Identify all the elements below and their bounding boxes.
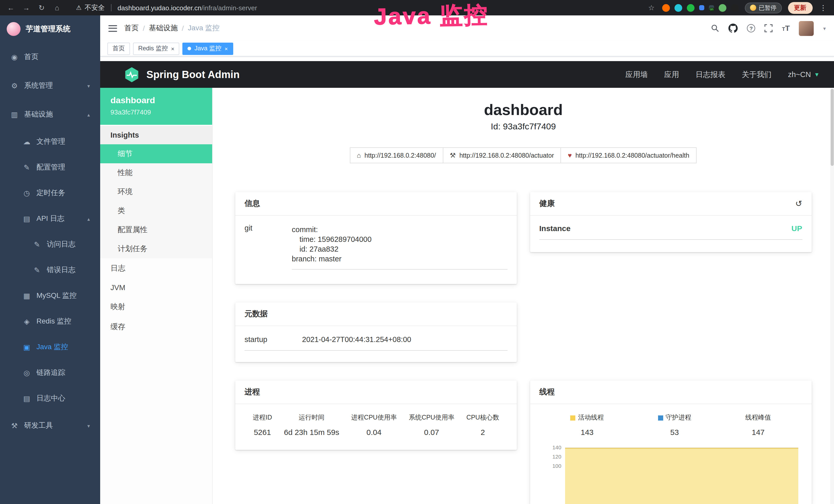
user-avatar[interactable] bbox=[799, 21, 814, 36]
sidebar-item-home[interactable]: ◉ 首页 bbox=[0, 43, 100, 71]
health-url-button[interactable]: ♥ http://192.168.0.2:48080/actuator/heal… bbox=[561, 147, 697, 163]
app-logo-avatar bbox=[7, 22, 21, 36]
avatar-caret-icon[interactable]: ▾ bbox=[823, 25, 826, 31]
extension-dark-icon[interactable] bbox=[731, 4, 739, 12]
extension-green-icon[interactable] bbox=[687, 4, 695, 12]
sba-brand[interactable]: Spring Boot Admin bbox=[123, 66, 240, 83]
sidebar-item-access-log[interactable]: ✎ 访问日志 bbox=[0, 232, 100, 257]
site-security[interactable]: ⚠ 不安全 bbox=[76, 3, 105, 12]
address-bar[interactable]: dashboard.yudao.iocoder.cn/infra/admin-s… bbox=[118, 4, 257, 12]
forward-icon[interactable]: → bbox=[22, 4, 31, 12]
extensions-row: on bbox=[662, 4, 739, 12]
legend-peak-threads: 线程峰值 147 bbox=[745, 413, 771, 436]
cloud-icon: ☁ bbox=[23, 138, 31, 146]
breadcrumb-infrastructure[interactable]: 基础设施 bbox=[149, 24, 178, 33]
paused-label: 已暂停 bbox=[759, 4, 776, 12]
sba-menu-jvm[interactable]: JVM bbox=[100, 278, 212, 297]
url-host: dashboard.yudao.iocoder.cn bbox=[118, 4, 202, 12]
warning-icon: ⚠ bbox=[76, 4, 82, 11]
y-tick: 120 bbox=[544, 454, 565, 463]
sidebar-item-config-manage[interactable]: ✎ 配置管理 bbox=[0, 155, 100, 180]
metadata-key: startup bbox=[244, 335, 302, 344]
stat-cpus: CPU核心数 2 bbox=[466, 413, 499, 436]
collapse-sidebar-icon[interactable] bbox=[108, 25, 117, 31]
paused-badge[interactable]: 已暂停 bbox=[745, 2, 782, 13]
page-title: dashboard bbox=[235, 101, 811, 119]
sba-menu-details[interactable]: 细节 bbox=[100, 144, 212, 163]
sba-menu-caches[interactable]: 缓存 bbox=[100, 317, 212, 337]
tab-java-monitor[interactable]: Java 监控× bbox=[183, 42, 233, 55]
reload-icon[interactable]: ↻ bbox=[37, 4, 46, 12]
sba-menu-metrics[interactable]: 性能 bbox=[100, 163, 212, 182]
sidebar-item-file-manage[interactable]: ☁ 文件管理 bbox=[0, 129, 100, 155]
sidebar-item-scheduled-jobs[interactable]: ◷ 定时任务 bbox=[0, 180, 100, 206]
sidebar-item-label: Java 监控 bbox=[37, 343, 68, 352]
sidebar-item-infrastructure[interactable]: ▥ 基础设施 ▴ bbox=[0, 100, 100, 129]
sidebar-item-java-monitor[interactable]: ▣ Java 监控 bbox=[0, 334, 100, 360]
extension-orange-icon[interactable] bbox=[662, 4, 670, 12]
sba-nav-journal[interactable]: 日志报表 bbox=[696, 70, 725, 79]
info-card: 信息 git commit: time: 1596289704000 id: 2… bbox=[235, 192, 517, 284]
security-label: 不安全 bbox=[85, 3, 105, 12]
sidebar-item-api-log[interactable]: ▤ API 日志 ▴ bbox=[0, 206, 100, 232]
sidebar-item-mysql-monitor[interactable]: ▦ MySQL 监控 bbox=[0, 283, 100, 308]
extension-proxy-icon[interactable]: on bbox=[709, 5, 714, 10]
sidebar-item-system[interactable]: ⚙ 系统管理 ▾ bbox=[0, 71, 100, 100]
tab-redis-monitor[interactable]: Redis 监控× bbox=[133, 42, 179, 55]
sidebar-item-error-log[interactable]: ✎ 错误日志 bbox=[0, 257, 100, 283]
font-size-icon[interactable]: TT bbox=[782, 24, 790, 33]
locale-select[interactable]: zh~CN ▼ bbox=[788, 70, 820, 78]
info-card-title: 信息 bbox=[244, 199, 260, 208]
sba-menu-classes[interactable]: 类 bbox=[100, 201, 212, 220]
bookmark-star-icon[interactable]: ☆ bbox=[647, 4, 656, 12]
app-logo[interactable]: 芋道管理系统 bbox=[0, 16, 100, 43]
sba-nav-about[interactable]: 关于我们 bbox=[742, 70, 772, 79]
history-icon[interactable]: ↺ bbox=[795, 199, 802, 208]
sidebar-item-tracing[interactable]: ◎ 链路追踪 bbox=[0, 360, 100, 386]
chevron-down-icon: ▾ bbox=[87, 423, 90, 429]
actuator-url-button[interactable]: ⚒ http://192.168.0.2:48080/actuator bbox=[443, 147, 561, 163]
sidebar-item-label: 研发工具 bbox=[24, 421, 53, 430]
sidebar-item-dev-tools[interactable]: ⚒ 研发工具 ▾ bbox=[0, 411, 100, 440]
log-icon: ▤ bbox=[23, 394, 31, 403]
tab-label: 首页 bbox=[112, 44, 125, 53]
update-button[interactable]: 更新 bbox=[788, 2, 812, 14]
admin-sidebar: 芋道管理系统 ◉ 首页 ⚙ 系统管理 ▾ ▥ 基础设施 ▴ ☁ 文件管理 ✎ 配… bbox=[0, 16, 100, 504]
home-icon[interactable]: ⌂ bbox=[52, 4, 62, 12]
sba-menu-config-props[interactable]: 配置属性 bbox=[100, 220, 212, 239]
sba-nav-wallboard[interactable]: 应用墙 bbox=[626, 70, 648, 79]
kebab-menu-icon[interactable]: ⋮ bbox=[818, 4, 828, 12]
sidebar-item-label: 错误日志 bbox=[47, 266, 75, 275]
scrollbar-thumb[interactable] bbox=[830, 89, 833, 166]
github-icon[interactable] bbox=[728, 24, 738, 33]
sba-menu-logs[interactable]: 日志 bbox=[100, 258, 212, 278]
sidebar-item-redis-monitor[interactable]: ◈ Redis 监控 bbox=[0, 308, 100, 334]
tab-close-icon[interactable]: × bbox=[224, 45, 228, 52]
breadcrumb-home[interactable]: 首页 bbox=[124, 24, 139, 33]
sba-instance-header[interactable]: dashboard 93a3fc7f7409 bbox=[100, 88, 212, 125]
sba-menu-environment[interactable]: 环境 bbox=[100, 182, 212, 201]
chevron-up-icon: ▴ bbox=[87, 112, 90, 117]
tab-close-icon[interactable]: × bbox=[171, 45, 174, 52]
help-icon[interactable]: ? bbox=[747, 24, 755, 32]
sba-nav-applications[interactable]: 应用 bbox=[664, 70, 679, 79]
scrollbar bbox=[830, 88, 834, 504]
fullscreen-icon[interactable] bbox=[764, 24, 773, 32]
back-icon[interactable]: ← bbox=[6, 4, 16, 12]
sba-menu-scheduled-tasks[interactable]: 计划任务 bbox=[100, 239, 212, 258]
sidebar-item-label: 日志中心 bbox=[37, 394, 65, 403]
search-icon[interactable] bbox=[711, 24, 719, 32]
sidebar-item-log-center[interactable]: ▤ 日志中心 bbox=[0, 386, 100, 411]
tab-active-dot bbox=[188, 47, 191, 50]
database-icon: ▦ bbox=[23, 292, 31, 300]
service-url: http://192.168.0.2:48080/ bbox=[365, 152, 436, 159]
tab-home[interactable]: 首页 bbox=[107, 42, 130, 55]
extension-blue-grid-icon[interactable] bbox=[699, 5, 704, 10]
process-card: 进程 进程ID 5261 运行时间 6d 23h 15m 59s bbox=[235, 381, 517, 450]
extension-teal-icon[interactable] bbox=[675, 4, 682, 12]
service-url-button[interactable]: ⌂ http://192.168.0.2:48080/ bbox=[350, 147, 443, 163]
sba-menu-mappings[interactable]: 映射 bbox=[100, 297, 212, 317]
wrench-icon: ⚒ bbox=[450, 152, 456, 159]
extension-leaf-icon[interactable] bbox=[719, 4, 726, 12]
stat-label: CPU核心数 bbox=[466, 413, 499, 422]
